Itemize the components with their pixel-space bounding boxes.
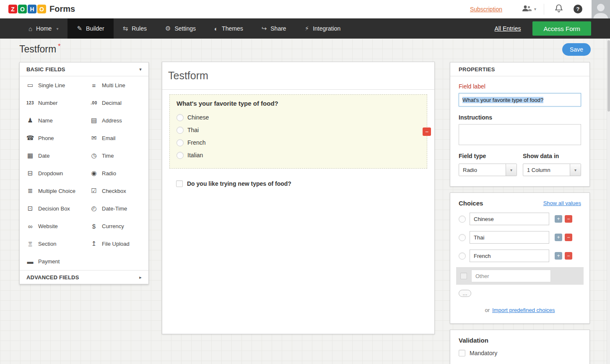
access-form-button[interactable]: Access Form [532, 21, 591, 36]
field-item-time[interactable]: ◷Time [83, 147, 148, 164]
field-item-email[interactable]: ✉Email [83, 129, 148, 147]
choice-input-thai[interactable]: Thai [470, 231, 549, 244]
other-choice-input[interactable]: Other [471, 270, 551, 282]
number-icon: 123 [26, 101, 35, 105]
nav-label-integration: Integration [313, 25, 340, 32]
field-item-payment[interactable]: ▬Payment [20, 252, 83, 270]
checkbox-field[interactable]: Do you like trying new types of food? [176, 180, 421, 187]
option-label: Italian [187, 152, 203, 159]
choices-title: Choices [459, 200, 483, 207]
field-label: Website [38, 223, 58, 229]
field-item-number[interactable]: 123Number [20, 94, 83, 112]
radio-option-italian[interactable]: Italian [177, 149, 420, 161]
radio-button-icon[interactable] [177, 114, 184, 121]
field-item-name[interactable]: ♟Name [20, 112, 83, 129]
scrollbar-thumb[interactable] [607, 40, 610, 112]
show-all-values-link[interactable]: Show all values [543, 200, 581, 206]
field-item-address[interactable]: ▤Address [83, 112, 148, 129]
nav-item-home[interactable]: ⌂ Home ▾ [19, 18, 67, 39]
add-choice-button[interactable]: + [555, 215, 562, 223]
show-data-select[interactable]: 1 Column ▾ [523, 164, 581, 176]
checkbox-icon[interactable] [176, 180, 183, 187]
field-item-multi-line[interactable]: ≡Multi Line [83, 76, 148, 94]
show-data-label: Show data in [523, 153, 581, 159]
selected-radio-field[interactable]: What's your favorite type of food? Chine… [169, 94, 427, 169]
form-canvas: Testform What's your favorite type of fo… [162, 62, 435, 334]
more-options-button[interactable]: … [459, 290, 471, 297]
field-item-decision-box[interactable]: ⊡Decision Box [20, 200, 83, 217]
field-item-file-upload[interactable]: ↥File Upload [83, 235, 148, 252]
user-avatar[interactable] [592, 0, 610, 18]
field-item-radio[interactable]: ◉Radio [83, 164, 148, 182]
advanced-fields-header[interactable]: ADVANCED FIELDS ▸ [20, 270, 148, 284]
field-item-date[interactable]: ▦Date [20, 147, 83, 164]
remove-choice-button[interactable]: − [565, 234, 572, 241]
basic-fields-header[interactable]: BASIC FIELDS ▾ [20, 62, 148, 76]
person-icon: ♟ [26, 117, 35, 124]
radio-option-thai[interactable]: Thai [177, 124, 420, 136]
zoho-logo-icon: Z O H O [8, 5, 46, 13]
instructions-textarea[interactable] [459, 124, 581, 145]
validation-card: Validation Mandatory [450, 330, 590, 364]
phone-icon: ☎ [26, 134, 35, 142]
decimal-icon: .00 [89, 101, 99, 105]
field-item-phone[interactable]: ☎Phone [20, 129, 83, 147]
mandatory-row[interactable]: Mandatory [459, 350, 581, 356]
field-item-dropdown[interactable]: ⊟Dropdown [20, 164, 83, 182]
users-menu[interactable]: ▾ [514, 5, 544, 13]
field-item-decimal[interactable]: .00Decimal [83, 94, 148, 112]
multiple-choice-icon: ≣ [26, 187, 35, 195]
field-item-multiple-choice[interactable]: ≣Multiple Choice [20, 182, 83, 200]
choice-input-chinese[interactable]: Chinese [470, 213, 549, 225]
help-button[interactable]: ? [574, 5, 582, 13]
nav-item-integration[interactable]: ⚡ Integration [296, 18, 350, 39]
delete-field-button[interactable]: − [423, 127, 431, 136]
mandatory-checkbox-icon[interactable] [459, 350, 465, 356]
field-item-date-time[interactable]: ◴Date-Time [83, 200, 148, 217]
notifications-button[interactable] [544, 4, 574, 14]
radio-button-icon[interactable] [177, 152, 184, 159]
checkbox-field-label: Do you like trying new types of food? [187, 180, 291, 187]
field-item-single-line[interactable]: ▭Single Line [20, 76, 83, 94]
save-button[interactable]: Save [562, 43, 591, 56]
field-label: Decision Box [38, 205, 70, 212]
nav-item-rules[interactable]: ⇆ Rules [114, 18, 156, 39]
add-choice-button[interactable]: + [555, 234, 562, 241]
field-item-currency[interactable]: $Currency [83, 217, 148, 235]
field-label: File Upload [102, 241, 130, 247]
zoho-forms-logo[interactable]: Z O H O Forms [8, 4, 75, 14]
radio-button-icon[interactable] [177, 127, 184, 134]
nav-item-share[interactable]: ↪ Share [252, 18, 296, 39]
radio-button-icon[interactable] [459, 216, 466, 223]
nav-item-themes[interactable]: ◐ Themes [205, 18, 252, 39]
add-choice-button[interactable]: + [555, 252, 562, 260]
nav-item-builder[interactable]: ✎ Builder [67, 18, 113, 39]
radio-option-chinese[interactable]: Chinese [177, 111, 420, 124]
nav-label-settings: Settings [174, 25, 196, 32]
option-label: Thai [187, 127, 199, 133]
date-time-icon: ◴ [89, 205, 99, 212]
nav-label-home: Home [36, 25, 52, 32]
choice-input-french[interactable]: French [470, 250, 549, 262]
remove-choice-button[interactable]: − [565, 215, 572, 223]
radio-button-icon[interactable] [459, 234, 466, 241]
field-item-website[interactable]: ∞Website [20, 217, 83, 235]
all-entries-link[interactable]: All Entries [494, 25, 521, 32]
field-type-select[interactable]: Radio ▾ [459, 164, 517, 176]
radio-button-icon[interactable] [177, 139, 184, 146]
vertical-scrollbar[interactable] [607, 39, 610, 364]
import-predefined-choices-link[interactable]: Import predefined choices [492, 307, 555, 313]
main-nav: ⌂ Home ▾ ✎ Builder ⇆ Rules ⚙ Settings ◐ … [0, 18, 610, 39]
subscription-link[interactable]: Subscription [470, 6, 502, 13]
mandatory-label: Mandatory [470, 350, 497, 356]
field-item-checkbox[interactable]: ☑Checkbox [83, 182, 148, 200]
other-checkbox-icon[interactable] [460, 273, 467, 279]
field-item-section[interactable]: ΞSection [20, 235, 83, 252]
remove-choice-button[interactable]: − [565, 252, 572, 260]
field-label-input[interactable]: What's your favorite type of food? [459, 93, 581, 107]
radio-button-icon[interactable] [459, 252, 466, 260]
radio-option-french[interactable]: French [177, 136, 420, 149]
chevron-down-icon: ▾ [139, 67, 142, 72]
nav-item-settings[interactable]: ⚙ Settings [156, 18, 205, 39]
radio-icon: ◉ [89, 169, 99, 177]
